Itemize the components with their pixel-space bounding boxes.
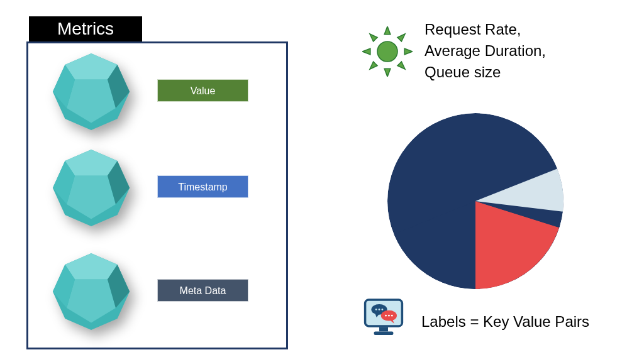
timestamp-label: Timestamp [157,175,248,198]
svg-point-32 [382,309,384,310]
metric-row-timestamp: Timestamp [28,147,286,229]
svg-marker-7 [65,150,117,176]
svg-marker-2 [65,53,117,80]
value-label: Value [157,79,248,102]
svg-point-37 [391,315,393,317]
svg-marker-15 [384,26,391,35]
svg-marker-12 [65,253,117,280]
svg-point-31 [379,309,380,310]
examples-line2: Average Duration, [425,40,546,62]
sun-icon [362,26,413,77]
pie-chart [387,113,564,289]
gem-icon [47,251,135,332]
metric-row-metadata: Meta Data [28,251,286,332]
svg-point-30 [375,309,377,310]
chat-monitor-icon [362,295,406,339]
svg-marker-16 [384,69,391,77]
svg-marker-19 [370,34,377,41]
svg-rect-26 [379,327,388,331]
svg-marker-22 [397,62,405,69]
svg-marker-18 [404,48,413,55]
labels-text: Labels = Key Value Pairs [421,313,589,331]
svg-marker-20 [397,34,405,41]
gem-icon [47,147,135,229]
metrics-box: Value Timestamp Meta Data [26,41,288,349]
pie-svg [387,113,564,289]
metric-row-value: Value [28,51,286,133]
metadata-label: Meta Data [157,279,248,302]
gem-icon [47,51,135,133]
svg-point-23 [377,41,397,62]
svg-point-36 [388,315,390,317]
examples-line3: Queue size [425,62,546,83]
svg-marker-21 [370,62,377,69]
metrics-title-bar: Metrics [29,16,142,41]
svg-rect-27 [374,331,394,335]
examples-line1: Request Rate, [425,19,546,40]
svg-point-35 [385,315,387,317]
svg-marker-17 [362,48,370,55]
examples-text: Request Rate, Average Duration, Queue si… [425,19,546,83]
